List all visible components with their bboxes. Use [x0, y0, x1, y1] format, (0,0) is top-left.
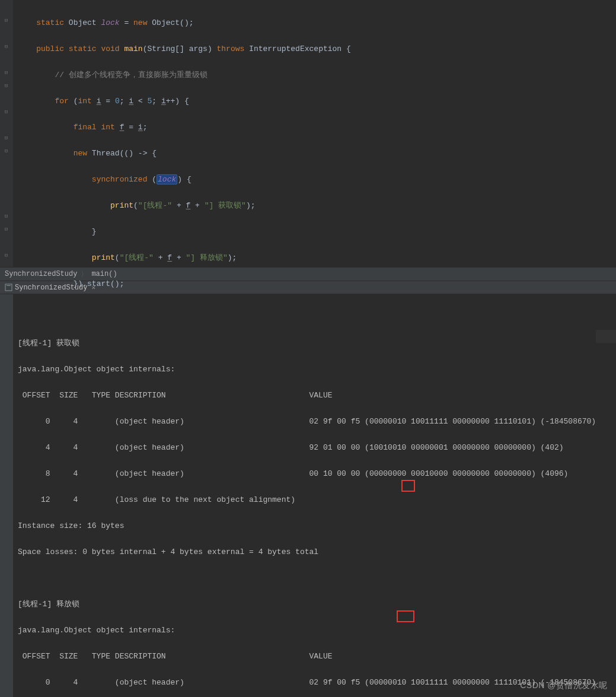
watermark: CSDN @贫僧洗发水呢 — [520, 680, 608, 691]
console-line: [线程-1] 获取锁 — [18, 337, 596, 350]
code-content[interactable]: static Object lock = new Object(); publi… — [13, 0, 616, 267]
svg-rect-1 — [7, 285, 11, 286]
run-config-icon — [5, 284, 12, 291]
editor-gutter: ⊟ ⊟ ⊟ ⊟ ⊟ ⊟ ⊟ ⊟ ⊟ ⊟ — [0, 0, 13, 267]
highlight-box-1 — [401, 480, 415, 492]
svg-rect-0 — [5, 284, 12, 291]
breadcrumb-item[interactable]: SynchronizedStudy — [5, 270, 77, 278]
code-editor[interactable]: ⊟ ⊟ ⊟ ⊟ ⊟ ⊟ ⊟ ⊟ ⊟ ⊟ static Object lock =… — [0, 0, 616, 267]
close-icon[interactable]: ✕ — [91, 284, 95, 291]
breadcrumb-item[interactable]: main() — [91, 270, 117, 278]
comment: // 创建多个线程竞争，直接膨胀为重量级锁 — [55, 71, 207, 79]
kw-static: static — [36, 18, 69, 27]
chevron-right-icon: 〉 — [81, 269, 88, 279]
highlight-box-2 — [397, 610, 414, 622]
run-tab-label: SynchronizedStudy — [15, 284, 87, 292]
console-output[interactable]: [线程-1] 获取锁 java.lang.Object object inter… — [13, 294, 596, 697]
console-gutter — [0, 294, 13, 697]
